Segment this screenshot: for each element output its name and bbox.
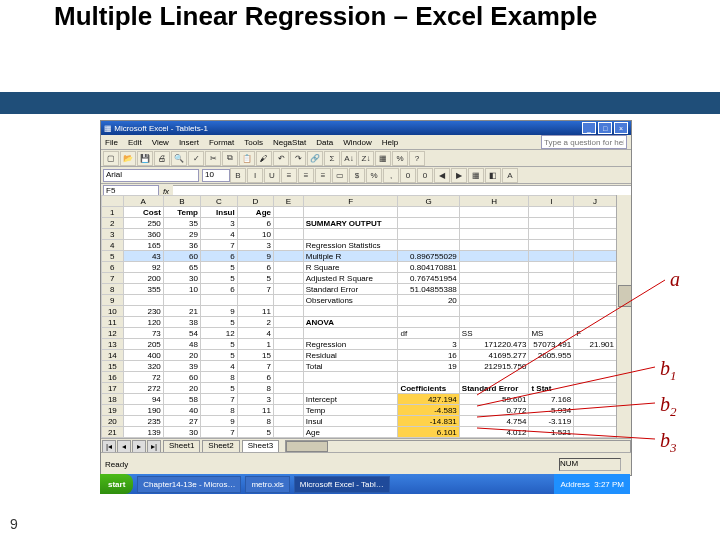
cell-B11[interactable]: 38 — [163, 317, 200, 328]
col-header-E[interactable]: E — [273, 196, 303, 207]
cell-D6[interactable]: 6 — [237, 262, 273, 273]
row-header-1[interactable]: 1 — [102, 207, 124, 218]
row-header-11[interactable]: 11 — [102, 317, 124, 328]
cell-E15[interactable] — [273, 361, 303, 372]
cell-D12[interactable]: 4 — [237, 328, 273, 339]
row-header-19[interactable]: 19 — [102, 405, 124, 416]
inc-dec-icon[interactable]: 0 — [400, 168, 416, 183]
row-header-17[interactable]: 17 — [102, 383, 124, 394]
cell-A14[interactable]: 400 — [123, 350, 163, 361]
cell-F13[interactable]: Regression — [303, 339, 398, 350]
cell-A7[interactable]: 200 — [123, 273, 163, 284]
cell-F17[interactable] — [303, 383, 398, 394]
cell-E7[interactable] — [273, 273, 303, 284]
row-header-9[interactable]: 9 — [102, 295, 124, 306]
cell-D13[interactable]: 1 — [237, 339, 273, 350]
col-header-J[interactable]: J — [574, 196, 617, 207]
cell-J20[interactable] — [574, 416, 617, 427]
cell-C11[interactable]: 5 — [200, 317, 237, 328]
cell-B16[interactable]: 60 — [163, 372, 200, 383]
cell-I4[interactable] — [529, 240, 574, 251]
menu-data[interactable]: Data — [316, 138, 333, 147]
cell-E8[interactable] — [273, 284, 303, 295]
menu-tools[interactable]: Tools — [244, 138, 263, 147]
cell-I19[interactable]: -5.934 — [529, 405, 574, 416]
cell-F10[interactable] — [303, 306, 398, 317]
cell-I20[interactable]: -3.119 — [529, 416, 574, 427]
cell-J1[interactable] — [574, 207, 617, 218]
cell-B8[interactable]: 10 — [163, 284, 200, 295]
cell-I13[interactable]: 57073.491 — [529, 339, 574, 350]
cell-E6[interactable] — [273, 262, 303, 273]
tab-nav-last-icon[interactable]: ▸| — [147, 440, 161, 453]
cell-D11[interactable]: 2 — [237, 317, 273, 328]
cell-J4[interactable] — [574, 240, 617, 251]
menu-format[interactable]: Format — [209, 138, 234, 147]
cell-E19[interactable] — [273, 405, 303, 416]
cell-D4[interactable]: 3 — [237, 240, 273, 251]
cell-G4[interactable] — [398, 240, 459, 251]
cell-G7[interactable]: 0.767451954 — [398, 273, 459, 284]
cell-D16[interactable]: 6 — [237, 372, 273, 383]
redo-icon[interactable]: ↷ — [290, 151, 306, 166]
cell-J3[interactable] — [574, 229, 617, 240]
cell-G12[interactable]: df — [398, 328, 459, 339]
cell-F19[interactable]: Temp — [303, 405, 398, 416]
cell-H4[interactable] — [459, 240, 529, 251]
cell-B12[interactable]: 54 — [163, 328, 200, 339]
cell-B7[interactable]: 30 — [163, 273, 200, 284]
currency-icon[interactable]: $ — [349, 168, 365, 183]
cell-I7[interactable] — [529, 273, 574, 284]
merge-icon[interactable]: ▭ — [332, 168, 348, 183]
cell-A15[interactable]: 320 — [123, 361, 163, 372]
cell-G11[interactable] — [398, 317, 459, 328]
cell-A1[interactable]: Cost — [123, 207, 163, 218]
cell-C12[interactable]: 12 — [200, 328, 237, 339]
fill-icon[interactable]: ◧ — [485, 168, 501, 183]
cell-F8[interactable]: Standard Error — [303, 284, 398, 295]
cell-D7[interactable]: 5 — [237, 273, 273, 284]
sort-asc-icon[interactable]: A↓ — [341, 151, 357, 166]
cell-H15[interactable]: 212915.750 — [459, 361, 529, 372]
cell-F6[interactable]: R Square — [303, 262, 398, 273]
cell-E9[interactable] — [273, 295, 303, 306]
cell-C21[interactable]: 7 — [200, 427, 237, 438]
cell-A16[interactable]: 72 — [123, 372, 163, 383]
cell-I2[interactable] — [529, 218, 574, 229]
cell-E11[interactable] — [273, 317, 303, 328]
cell-D18[interactable]: 3 — [237, 394, 273, 405]
cell-F3[interactable] — [303, 229, 398, 240]
cell-G14[interactable]: 16 — [398, 350, 459, 361]
row-header-13[interactable]: 13 — [102, 339, 124, 350]
font-name-select[interactable]: Arial — [103, 169, 199, 182]
sheet-tab-sheet3[interactable]: Sheet3 — [242, 440, 279, 453]
row-header-5[interactable]: 5 — [102, 251, 124, 262]
cell-G8[interactable]: 51.04855388 — [398, 284, 459, 295]
cell-C18[interactable]: 7 — [200, 394, 237, 405]
cell-C17[interactable]: 5 — [200, 383, 237, 394]
sheet-tab-sheet2[interactable]: Sheet2 — [202, 440, 239, 453]
close-button[interactable]: × — [614, 122, 628, 134]
cell-C14[interactable]: 5 — [200, 350, 237, 361]
cell-D19[interactable]: 11 — [237, 405, 273, 416]
cell-H12[interactable]: SS — [459, 328, 529, 339]
link-icon[interactable]: 🔗 — [307, 151, 323, 166]
cell-C20[interactable]: 9 — [200, 416, 237, 427]
align-right-icon[interactable]: ≡ — [315, 168, 331, 183]
cell-G13[interactable]: 3 — [398, 339, 459, 350]
col-header-D[interactable]: D — [237, 196, 273, 207]
cell-E4[interactable] — [273, 240, 303, 251]
cell-F11[interactable]: ANOVA — [303, 317, 398, 328]
cell-H19[interactable]: 0.772 — [459, 405, 529, 416]
save-icon[interactable]: 💾 — [137, 151, 153, 166]
help-question-input[interactable] — [541, 135, 627, 149]
cell-F4[interactable]: Regression Statistics — [303, 240, 398, 251]
taskbar-item-0[interactable]: Chapter14-13e - Micros… — [137, 476, 241, 493]
cell-D9[interactable] — [237, 295, 273, 306]
cell-D1[interactable]: Age — [237, 207, 273, 218]
minimize-button[interactable]: _ — [582, 122, 596, 134]
select-all-corner[interactable] — [102, 196, 124, 207]
cell-G21[interactable]: 6.101 — [398, 427, 459, 438]
cell-C10[interactable]: 9 — [200, 306, 237, 317]
vertical-scrollbar[interactable] — [616, 195, 631, 439]
